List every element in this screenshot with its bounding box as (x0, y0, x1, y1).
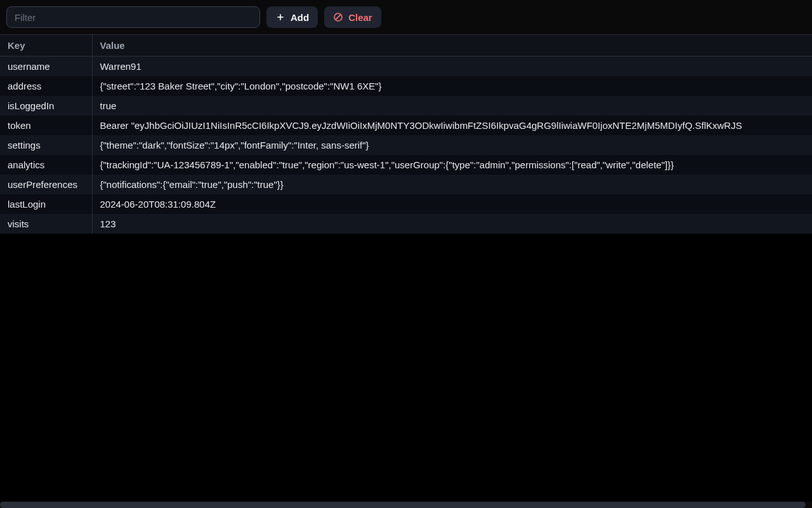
plus-icon (275, 12, 285, 22)
cell-value[interactable]: {"notifications":{"email":"true","push":… (92, 175, 812, 194)
cell-value[interactable]: true (92, 96, 812, 116)
clear-button[interactable]: Clear (324, 6, 381, 28)
table-row[interactable]: lastLogin2024-06-20T08:31:09.804Z (0, 194, 812, 214)
prohibit-icon (333, 12, 343, 22)
cell-value[interactable]: 123 (92, 214, 812, 234)
table-row[interactable]: isLoggedIntrue (0, 96, 812, 116)
filter-input[interactable] (6, 6, 260, 28)
cell-value[interactable]: 2024-06-20T08:31:09.804Z (92, 194, 812, 214)
cell-key[interactable]: visits (0, 214, 92, 234)
clear-button-label: Clear (348, 12, 372, 23)
cell-value[interactable]: Warren91 (92, 57, 812, 77)
cell-value[interactable]: {"trackingId":"UA-123456789-1","enabled"… (92, 155, 812, 175)
cell-key[interactable]: lastLogin (0, 194, 92, 214)
table-row[interactable]: userPreferences{"notifications":{"email"… (0, 175, 812, 194)
svg-line-3 (336, 15, 341, 20)
table-row[interactable]: settings{"theme":"dark","fontSize":"14px… (0, 135, 812, 155)
toolbar: Add Clear (0, 0, 812, 35)
table-header-row: Key Value (0, 35, 812, 57)
cell-key[interactable]: analytics (0, 155, 92, 175)
cell-key[interactable]: username (0, 57, 92, 77)
cell-value[interactable]: Bearer "eyJhbGciOiJIUzI1NiIsInR5cCI6IkpX… (92, 116, 812, 135)
table-row[interactable]: address{"street":"123 Baker Street","cit… (0, 76, 812, 96)
table-row[interactable]: visits123 (0, 214, 812, 234)
column-header-value[interactable]: Value (92, 35, 812, 57)
horizontal-scrollbar-thumb[interactable] (0, 502, 806, 508)
column-header-key[interactable]: Key (0, 35, 92, 57)
cell-key[interactable]: settings (0, 135, 92, 155)
add-button[interactable]: Add (266, 6, 318, 28)
storage-table: Key Value usernameWarren91address{"stree… (0, 35, 812, 234)
table-row[interactable]: usernameWarren91 (0, 57, 812, 77)
add-button-label: Add (291, 12, 309, 23)
cell-key[interactable]: userPreferences (0, 175, 92, 194)
table-row[interactable]: analytics{"trackingId":"UA-123456789-1",… (0, 155, 812, 175)
horizontal-scrollbar-track (0, 502, 812, 508)
cell-value[interactable]: {"street":"123 Baker Street","city":"Lon… (92, 76, 812, 96)
cell-key[interactable]: token (0, 116, 92, 135)
cell-key[interactable]: isLoggedIn (0, 96, 92, 116)
table-row[interactable]: tokenBearer "eyJhbGciOiJIUzI1NiIsInR5cCI… (0, 116, 812, 135)
cell-key[interactable]: address (0, 76, 92, 96)
cell-value[interactable]: {"theme":"dark","fontSize":"14px","fontF… (92, 135, 812, 155)
